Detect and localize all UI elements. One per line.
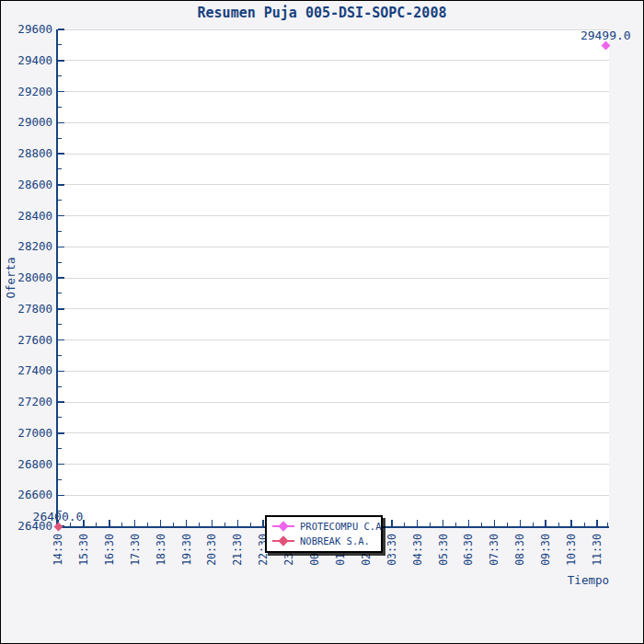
y-minor-tick	[58, 448, 62, 449]
x-major-tick	[212, 520, 213, 526]
x-tick-label: 19:30	[180, 532, 192, 569]
y-major-tick	[58, 277, 64, 279]
y-minor-tick	[58, 324, 62, 325]
x-tick-label: 17:30	[129, 532, 141, 569]
x-major-tick	[468, 520, 470, 526]
x-tick-label: 10:30	[566, 532, 578, 569]
x-tick-label: 07:30	[489, 532, 500, 569]
y-minor-tick	[58, 386, 62, 387]
x-major-tick	[596, 520, 598, 526]
data-point	[53, 522, 63, 531]
legend: PROTECOMPU C.A. NOBREAK S.A.	[265, 515, 383, 553]
y-major-tick	[58, 432, 64, 434]
y-tick-label: 26800	[0, 458, 52, 470]
y-minor-tick	[58, 168, 62, 169]
data-point-label: 26400.0	[17, 511, 99, 523]
diamond-marker-icon	[272, 536, 294, 546]
y-major-tick	[58, 464, 64, 466]
x-major-tick	[186, 520, 188, 526]
y-gridline	[58, 91, 609, 92]
x-tick-label: 06:30	[463, 532, 475, 569]
diamond-marker-icon	[272, 522, 294, 531]
y-major-tick	[58, 401, 64, 403]
x-tick-label: 03:30	[385, 532, 397, 569]
x-major-tick	[443, 520, 444, 526]
x-tick-label: 08:30	[514, 532, 526, 569]
y-major-tick	[58, 371, 64, 373]
x-tick-label: 09:30	[540, 532, 552, 569]
x-major-tick	[391, 520, 393, 526]
x-tick-label: 16:30	[103, 532, 115, 569]
y-axis-label: Oferta	[5, 250, 17, 305]
x-major-tick	[520, 520, 522, 526]
y-major-tick	[58, 91, 64, 93]
x-axis-label: Tiempo	[517, 573, 609, 587]
y-major-tick	[58, 495, 64, 497]
y-minor-tick	[58, 231, 62, 232]
y-gridline	[58, 278, 609, 279]
y-tick-label: 27000	[0, 427, 52, 439]
x-major-tick	[134, 520, 136, 526]
y-tick-label: 27600	[0, 334, 52, 346]
y-major-tick	[58, 215, 64, 217]
y-gridline	[58, 371, 609, 372]
y-minor-tick	[58, 479, 62, 480]
legend-item-label: PROTECOMPU C.A.	[300, 521, 387, 532]
y-minor-tick	[58, 417, 62, 418]
x-tick-label: 11:30	[592, 532, 604, 569]
y-tick-label: 26600	[0, 489, 52, 500]
x-major-tick	[109, 520, 110, 526]
x-major-tick	[494, 520, 496, 526]
x-tick-label: 14:30	[52, 532, 64, 569]
y-major-tick	[58, 153, 64, 155]
y-gridline	[58, 432, 609, 433]
x-major-tick	[417, 520, 419, 526]
y-major-tick	[58, 122, 64, 124]
y-tick-label: 28600	[0, 178, 52, 190]
y-minor-tick	[58, 355, 62, 356]
y-minor-tick	[58, 138, 62, 139]
y-major-tick	[58, 339, 64, 341]
y-major-tick	[58, 29, 64, 30]
x-tick-label: 18:30	[155, 532, 167, 569]
x-major-tick	[545, 520, 546, 526]
y-minor-tick	[58, 44, 62, 45]
data-point	[601, 40, 610, 50]
x-tick-label: 20:30	[206, 532, 218, 569]
y-tick-label: 27200	[0, 396, 52, 408]
x-tick-label: 05:30	[437, 532, 449, 569]
x-tick-label: 21:30	[232, 532, 244, 569]
chart-window: Resumen Puja 005-DSI-SOPC-2008 264002660…	[0, 0, 644, 644]
x-major-tick	[160, 520, 162, 526]
x-tick-label: 04:30	[411, 532, 423, 569]
y-gridline	[58, 215, 609, 216]
y-gridline	[58, 339, 609, 340]
y-gridline	[58, 308, 609, 309]
y-minor-tick	[58, 262, 62, 263]
y-minor-tick	[58, 75, 62, 76]
y-minor-tick	[58, 107, 62, 108]
y-major-tick	[58, 184, 64, 186]
y-tick-label: 28800	[0, 147, 52, 159]
y-tick-label: 29600	[0, 23, 52, 35]
legend-item-nobreak: NOBREAK S.A.	[267, 534, 381, 548]
y-gridline	[58, 184, 609, 185]
x-major-tick	[262, 520, 264, 526]
legend-item-label: NOBREAK S.A.	[300, 535, 370, 546]
y-tick-label: 29200	[0, 86, 52, 98]
y-gridline	[58, 247, 609, 247]
y-major-tick	[58, 60, 64, 62]
y-gridline	[58, 495, 609, 496]
x-major-tick	[570, 520, 572, 526]
y-gridline	[58, 60, 609, 61]
y-tick-label: 27400	[0, 364, 52, 376]
y-major-tick	[58, 308, 64, 310]
y-tick-label: 28400	[0, 210, 52, 222]
y-gridline	[58, 464, 609, 465]
y-gridline	[58, 29, 609, 30]
y-gridline	[58, 122, 609, 123]
y-minor-tick	[58, 200, 62, 201]
y-major-tick	[58, 247, 64, 248]
y-minor-tick	[58, 293, 62, 293]
legend-item-protecompu: PROTECOMPU C.A.	[267, 519, 381, 534]
